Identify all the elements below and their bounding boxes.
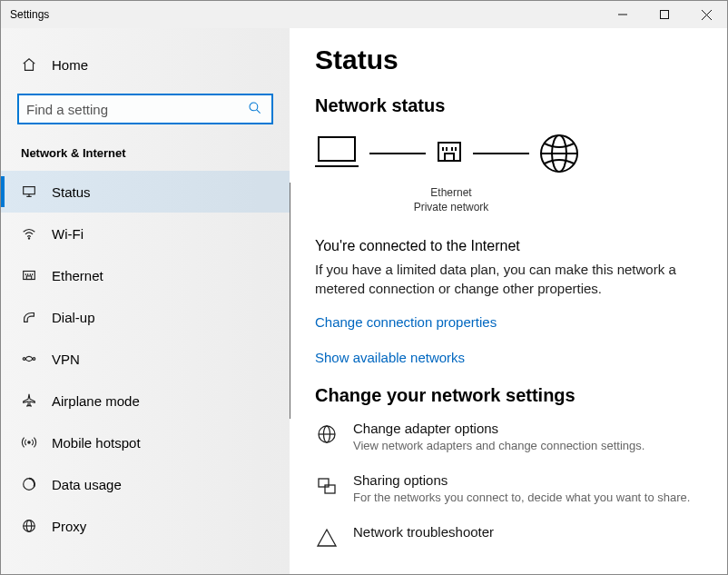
diagram-line <box>473 153 529 154</box>
settings-window: Settings Home <box>0 0 728 575</box>
diagram-label: Ethernet Private network <box>315 185 587 214</box>
svg-rect-10 <box>24 272 35 280</box>
hotspot-icon <box>21 434 39 451</box>
svg-rect-1 <box>661 11 669 19</box>
svg-rect-26 <box>445 154 454 161</box>
category-header: Network & Internet <box>1 137 290 171</box>
nav-label: VPN <box>52 352 80 367</box>
row-title: Change adapter options <box>353 421 644 436</box>
maximize-button[interactable] <box>644 1 685 28</box>
nav-list: Status Wi-Fi Eth <box>1 171 290 547</box>
window-title: Settings <box>1 8 602 21</box>
section-network-status: Network status <box>315 95 702 116</box>
home-nav[interactable]: Home <box>1 46 290 83</box>
home-label: Home <box>52 57 88 73</box>
nav-dialup[interactable]: Dial-up <box>1 296 290 338</box>
network-type: Private network <box>315 200 587 214</box>
network-diagram <box>315 131 702 176</box>
svg-point-17 <box>33 358 35 361</box>
row-change-adapter-options[interactable]: Change adapter options View network adap… <box>315 421 702 452</box>
row-desc: For the networks you connect to, decide … <box>353 491 690 504</box>
svg-point-16 <box>23 358 25 361</box>
link-show-available-networks[interactable]: Show available networks <box>315 350 702 365</box>
main-content: Status Network status <box>290 28 727 574</box>
home-icon <box>21 56 39 73</box>
page-title: Status <box>315 45 702 75</box>
titlebar: Settings <box>1 1 727 28</box>
svg-rect-23 <box>319 137 355 161</box>
connection-heading: You're connected to the Internet <box>315 238 702 254</box>
status-icon <box>21 183 39 200</box>
sidebar: Home Network & Internet <box>1 28 290 574</box>
nav-proxy[interactable]: Proxy <box>1 505 290 547</box>
nav-label: Mobile hotspot <box>52 435 141 451</box>
search-input[interactable] <box>19 102 239 117</box>
svg-point-18 <box>28 441 30 443</box>
nav-airplane[interactable]: Airplane mode <box>1 380 290 421</box>
nav-label: Proxy <box>52 519 86 534</box>
row-network-troubleshooter[interactable]: Network troubleshooter <box>315 524 702 549</box>
svg-rect-11 <box>26 276 31 280</box>
svg-rect-25 <box>438 143 460 161</box>
nav-ethernet[interactable]: Ethernet <box>1 254 290 296</box>
nav-wifi[interactable]: Wi-Fi <box>1 213 290 254</box>
svg-point-4 <box>250 103 258 111</box>
nav-status[interactable]: Status <box>1 171 290 213</box>
pc-icon <box>315 134 362 173</box>
nav-vpn[interactable]: VPN <box>1 338 290 380</box>
nav-label: Data usage <box>52 477 122 492</box>
troubleshooter-icon <box>315 527 339 549</box>
globe-icon <box>536 131 582 176</box>
airplane-icon <box>21 392 39 409</box>
search-box[interactable] <box>17 94 273 124</box>
datausage-icon <box>21 476 39 492</box>
section-change-settings: Change your network settings <box>315 385 702 406</box>
row-sharing-options[interactable]: Sharing options For the networks you con… <box>315 472 702 504</box>
close-button[interactable] <box>685 1 727 28</box>
nav-hotspot[interactable]: Mobile hotspot <box>1 421 290 463</box>
nav-datausage[interactable]: Data usage <box>1 463 290 505</box>
ethernet-icon <box>21 267 39 283</box>
row-title: Sharing options <box>353 472 690 488</box>
search-icon <box>239 101 271 118</box>
svg-line-5 <box>257 109 261 113</box>
nav-label: Status <box>52 184 91 200</box>
svg-rect-6 <box>24 187 35 194</box>
row-desc: View network adapters and change connect… <box>353 439 644 452</box>
adapter-name: Ethernet <box>315 185 587 200</box>
diagram-line <box>369 153 426 154</box>
nav-label: Ethernet <box>52 268 103 283</box>
row-title: Network troubleshooter <box>353 524 494 540</box>
proxy-icon <box>21 518 39 534</box>
nav-label: Airplane mode <box>52 393 140 409</box>
connection-desc: If you have a limited data plan, you can… <box>315 260 696 298</box>
minimize-button[interactable] <box>602 1 644 28</box>
adapter-options-icon <box>315 423 339 445</box>
link-change-connection-properties[interactable]: Change connection properties <box>315 314 702 330</box>
vpn-icon <box>21 351 39 367</box>
nav-label: Wi-Fi <box>52 226 84 242</box>
svg-rect-38 <box>325 485 335 493</box>
svg-point-9 <box>28 238 29 239</box>
svg-rect-37 <box>319 479 329 487</box>
dialup-icon <box>21 309 39 325</box>
sharing-options-icon <box>315 475 339 497</box>
adapter-icon <box>433 137 466 170</box>
nav-label: Dial-up <box>52 310 95 325</box>
wifi-icon <box>21 225 39 242</box>
